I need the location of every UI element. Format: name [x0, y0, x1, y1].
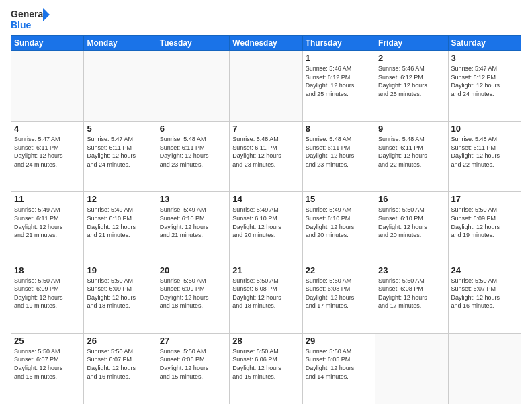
day-info: Sunrise: 5:49 AM Sunset: 6:10 PM Dayligh…: [160, 205, 226, 239]
day-number: 9: [378, 124, 445, 134]
calendar-cell: 3Sunrise: 5:47 AM Sunset: 6:12 PM Daylig…: [448, 51, 521, 122]
day-number: 25: [14, 336, 81, 346]
calendar-cell: 4Sunrise: 5:47 AM Sunset: 6:11 PM Daylig…: [11, 122, 84, 192]
day-info: Sunrise: 5:49 AM Sunset: 6:10 PM Dayligh…: [232, 205, 299, 239]
day-number: 27: [160, 336, 226, 346]
day-number: 24: [451, 265, 518, 275]
logo: GeneralBlue: [11, 7, 51, 31]
day-number: 23: [378, 265, 445, 275]
calendar-header-row: SundayMondayTuesdayWednesdayThursdayFrid…: [11, 36, 521, 51]
svg-marker-2: [43, 8, 50, 21]
calendar-cell: 18Sunrise: 5:50 AM Sunset: 6:09 PM Dayli…: [11, 263, 84, 333]
day-info: Sunrise: 5:50 AM Sunset: 6:09 PM Dayligh…: [160, 277, 226, 310]
day-info: Sunrise: 5:50 AM Sunset: 6:07 PM Dayligh…: [87, 347, 153, 381]
calendar-cell: 7Sunrise: 5:48 AM Sunset: 6:11 PM Daylig…: [230, 122, 302, 192]
day-info: Sunrise: 5:47 AM Sunset: 6:11 PM Dayligh…: [87, 135, 153, 169]
day-info: Sunrise: 5:46 AM Sunset: 6:12 PM Dayligh…: [306, 64, 372, 98]
day-number: 18: [14, 265, 81, 275]
day-number: 8: [306, 124, 372, 134]
calendar-cell: [230, 51, 302, 122]
day-info: Sunrise: 5:46 AM Sunset: 6:12 PM Dayligh…: [378, 64, 445, 98]
calendar-cell: 8Sunrise: 5:48 AM Sunset: 6:11 PM Daylig…: [302, 122, 375, 192]
day-info: Sunrise: 5:50 AM Sunset: 6:08 PM Dayligh…: [232, 277, 299, 310]
calendar-header-monday: Monday: [84, 36, 157, 51]
calendar-cell: 29Sunrise: 5:50 AM Sunset: 6:05 PM Dayli…: [302, 333, 375, 404]
day-number: 22: [306, 265, 372, 275]
day-number: 20: [160, 265, 226, 275]
calendar-cell: 15Sunrise: 5:49 AM Sunset: 6:10 PM Dayli…: [302, 192, 375, 263]
calendar-cell: 11Sunrise: 5:49 AM Sunset: 6:11 PM Dayli…: [11, 192, 84, 263]
day-number: 17: [451, 194, 518, 204]
day-info: Sunrise: 5:49 AM Sunset: 6:11 PM Dayligh…: [14, 205, 81, 239]
day-info: Sunrise: 5:50 AM Sunset: 6:06 PM Dayligh…: [232, 347, 299, 381]
calendar-header-sunday: Sunday: [11, 36, 84, 51]
calendar-cell: 24Sunrise: 5:50 AM Sunset: 6:07 PM Dayli…: [448, 263, 521, 333]
day-info: Sunrise: 5:47 AM Sunset: 6:11 PM Dayligh…: [14, 135, 81, 169]
day-info: Sunrise: 5:47 AM Sunset: 6:12 PM Dayligh…: [451, 64, 518, 98]
day-info: Sunrise: 5:50 AM Sunset: 6:10 PM Dayligh…: [378, 205, 445, 239]
calendar-week-row: 25Sunrise: 5:50 AM Sunset: 6:07 PM Dayli…: [11, 333, 521, 404]
calendar-week-row: 4Sunrise: 5:47 AM Sunset: 6:11 PM Daylig…: [11, 122, 521, 192]
svg-text:Blue: Blue: [11, 19, 32, 30]
calendar-cell: [157, 51, 229, 122]
day-info: Sunrise: 5:50 AM Sunset: 6:06 PM Dayligh…: [160, 347, 226, 381]
day-number: 11: [14, 194, 81, 204]
day-info: Sunrise: 5:48 AM Sunset: 6:11 PM Dayligh…: [232, 135, 299, 169]
calendar-cell: 9Sunrise: 5:48 AM Sunset: 6:11 PM Daylig…: [375, 122, 448, 192]
calendar-cell: 10Sunrise: 5:48 AM Sunset: 6:11 PM Dayli…: [448, 122, 521, 192]
calendar-cell: 26Sunrise: 5:50 AM Sunset: 6:07 PM Dayli…: [84, 333, 157, 404]
calendar-cell: 5Sunrise: 5:47 AM Sunset: 6:11 PM Daylig…: [84, 122, 157, 192]
calendar-cell: 2Sunrise: 5:46 AM Sunset: 6:12 PM Daylig…: [375, 51, 448, 122]
calendar-cell: [84, 51, 157, 122]
day-number: 5: [87, 124, 153, 134]
day-number: 14: [232, 194, 299, 204]
calendar-cell: [448, 333, 521, 404]
calendar-cell: 16Sunrise: 5:50 AM Sunset: 6:10 PM Dayli…: [375, 192, 448, 263]
day-info: Sunrise: 5:48 AM Sunset: 6:11 PM Dayligh…: [378, 135, 445, 169]
day-info: Sunrise: 5:48 AM Sunset: 6:11 PM Dayligh…: [306, 135, 372, 169]
header: GeneralBlue: [11, 7, 521, 31]
calendar-cell: [375, 333, 448, 404]
day-number: 3: [451, 53, 518, 63]
generalblue-logo-icon: GeneralBlue: [11, 7, 51, 31]
day-info: Sunrise: 5:50 AM Sunset: 6:08 PM Dayligh…: [378, 277, 445, 310]
day-info: Sunrise: 5:48 AM Sunset: 6:11 PM Dayligh…: [160, 135, 226, 169]
day-info: Sunrise: 5:48 AM Sunset: 6:11 PM Dayligh…: [451, 135, 518, 169]
calendar-cell: 21Sunrise: 5:50 AM Sunset: 6:08 PM Dayli…: [230, 263, 302, 333]
calendar-cell: [11, 51, 84, 122]
day-number: 19: [87, 265, 153, 275]
calendar-cell: 19Sunrise: 5:50 AM Sunset: 6:09 PM Dayli…: [84, 263, 157, 333]
calendar-cell: 6Sunrise: 5:48 AM Sunset: 6:11 PM Daylig…: [157, 122, 229, 192]
calendar-header-tuesday: Tuesday: [157, 36, 229, 51]
day-number: 29: [306, 336, 372, 346]
day-number: 28: [232, 336, 299, 346]
calendar-header-friday: Friday: [375, 36, 448, 51]
day-info: Sunrise: 5:50 AM Sunset: 6:08 PM Dayligh…: [306, 277, 372, 310]
day-number: 21: [232, 265, 299, 275]
calendar-week-row: 11Sunrise: 5:49 AM Sunset: 6:11 PM Dayli…: [11, 192, 521, 263]
calendar-table: SundayMondayTuesdayWednesdayThursdayFrid…: [11, 35, 521, 404]
calendar-header-wednesday: Wednesday: [230, 36, 302, 51]
calendar-cell: 12Sunrise: 5:49 AM Sunset: 6:10 PM Dayli…: [84, 192, 157, 263]
calendar-week-row: 1Sunrise: 5:46 AM Sunset: 6:12 PM Daylig…: [11, 51, 521, 122]
day-number: 1: [306, 53, 372, 63]
day-info: Sunrise: 5:49 AM Sunset: 6:10 PM Dayligh…: [306, 205, 372, 239]
day-number: 12: [87, 194, 153, 204]
calendar-header-saturday: Saturday: [448, 36, 521, 51]
day-number: 13: [160, 194, 226, 204]
calendar-week-row: 18Sunrise: 5:50 AM Sunset: 6:09 PM Dayli…: [11, 263, 521, 333]
day-info: Sunrise: 5:50 AM Sunset: 6:07 PM Dayligh…: [451, 277, 518, 310]
calendar-cell: 1Sunrise: 5:46 AM Sunset: 6:12 PM Daylig…: [302, 51, 375, 122]
calendar-cell: 22Sunrise: 5:50 AM Sunset: 6:08 PM Dayli…: [302, 263, 375, 333]
calendar-cell: 28Sunrise: 5:50 AM Sunset: 6:06 PM Dayli…: [230, 333, 302, 404]
calendar-cell: 14Sunrise: 5:49 AM Sunset: 6:10 PM Dayli…: [230, 192, 302, 263]
svg-text:General: General: [11, 9, 46, 19]
day-number: 7: [232, 124, 299, 134]
calendar-cell: 13Sunrise: 5:49 AM Sunset: 6:10 PM Dayli…: [157, 192, 229, 263]
day-info: Sunrise: 5:50 AM Sunset: 6:09 PM Dayligh…: [87, 277, 153, 310]
day-number: 2: [378, 53, 445, 63]
calendar-cell: 27Sunrise: 5:50 AM Sunset: 6:06 PM Dayli…: [157, 333, 229, 404]
day-number: 16: [378, 194, 445, 204]
day-info: Sunrise: 5:50 AM Sunset: 6:07 PM Dayligh…: [14, 347, 81, 381]
page: GeneralBlue SundayMondayTuesdayWednesday…: [0, 0, 532, 411]
